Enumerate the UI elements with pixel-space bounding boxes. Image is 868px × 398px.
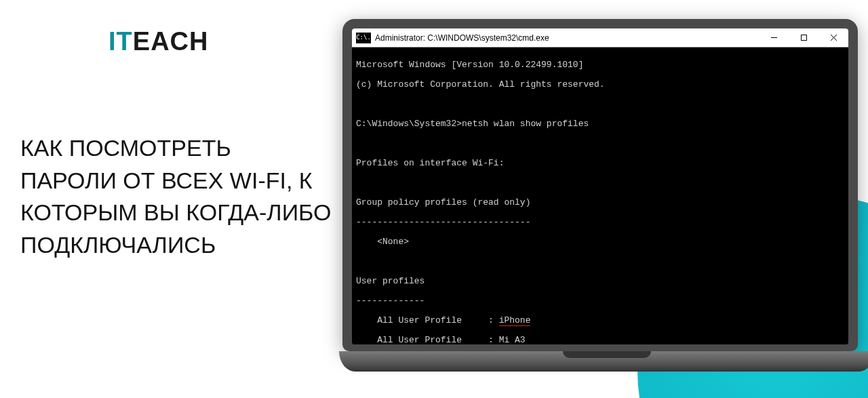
cmd-icon-text: C:\. [356, 35, 371, 41]
gp-dashes: --------------------------------- [356, 218, 844, 228]
profile-row-1: All User Profile : Mi A3 [356, 336, 844, 345]
profile-label: All User Profile : [356, 315, 499, 325]
prompt-1-cmd: netsh wlan show profiles [462, 119, 589, 129]
cmd-icon: C:\. [356, 33, 371, 43]
cmd-window: C:\. Administrator: C:\WINDOWS\system32\… [352, 28, 848, 344]
prompt-1: C:\Windows\System32>netsh wlan show prof… [356, 119, 844, 130]
terminal-body[interactable]: Microsoft Windows [Version 10.0.22499.10… [352, 47, 848, 344]
minimize-button[interactable] [759, 28, 789, 47]
version-line: Microsoft Windows [Version 10.0.22499.10… [356, 60, 844, 71]
blank-line [356, 139, 844, 149]
user-heading: User profiles [356, 277, 844, 287]
blank-line [356, 257, 844, 267]
laptop-mockup: C:\. Administrator: C:\WINDOWS\system32\… [339, 19, 861, 385]
gp-none: <None> [356, 237, 844, 247]
blank-line [356, 100, 844, 110]
blank-line [356, 178, 844, 188]
prompt-1-path: C:\Windows\System32> [356, 119, 462, 129]
laptop-lid: C:\. Administrator: C:\WINDOWS\system32\… [342, 19, 858, 351]
profile-name-0: iPhone [499, 315, 531, 326]
interface-heading: Profiles on interface Wi-Fi: [356, 159, 844, 169]
laptop-screen: C:\. Administrator: C:\WINDOWS\system32\… [352, 28, 848, 344]
brand-it: IT [108, 27, 133, 56]
page: ITEACH КАК ПОСМОТРЕТЬ ПАРОЛИ ОТ ВСЕХ WI-… [0, 0, 868, 398]
brand-each: EACH [133, 27, 209, 56]
close-icon [830, 34, 837, 41]
user-dashes: ------------- [356, 296, 844, 306]
gp-heading: Group policy profiles (read only) [356, 198, 844, 208]
brand-logo: ITEACH [108, 27, 208, 56]
maximize-button[interactable] [789, 28, 818, 47]
copyright-line: (c) Microsoft Corporation. All rights re… [356, 80, 844, 90]
headline-text: КАК ПОСМОТРЕТЬ ПАРОЛИ ОТ ВСЕХ WI-FI, К К… [20, 132, 332, 261]
profile-name-1: Mi A3 [499, 335, 526, 345]
cmd-titlebar[interactable]: C:\. Administrator: C:\WINDOWS\system32\… [352, 28, 848, 47]
svg-rect-1 [801, 35, 806, 41]
profile-row-0: All User Profile : iPhone [356, 316, 844, 326]
laptop-base [339, 351, 868, 372]
minimize-icon [770, 34, 778, 41]
close-button[interactable] [818, 28, 848, 47]
cmd-title: Administrator: C:\WINDOWS\system32\cmd.e… [375, 33, 549, 43]
maximize-icon [800, 34, 808, 41]
profile-label: All User Profile : [356, 335, 499, 345]
